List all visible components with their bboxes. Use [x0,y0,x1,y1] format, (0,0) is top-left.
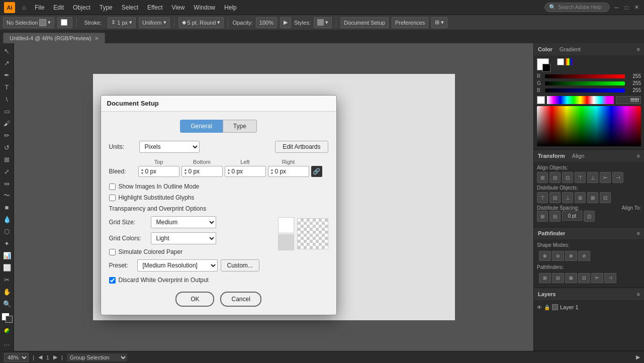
menu-effect[interactable]: Effect [144,3,166,13]
edit-artboards-button[interactable]: Edit Artboards [275,141,328,153]
grid-colors-select[interactable]: Light Medium Dark [151,232,216,244]
uniform-dropdown[interactable]: Uniform ▾ [139,17,170,28]
pencil-tool[interactable]: ✏ [2,130,13,140]
color-mode-btn[interactable] [2,326,13,336]
align-center-v-button[interactable]: ⊥ [587,172,598,183]
symbol-sprayer-tool[interactable]: ✦ [2,239,13,249]
hand-tool[interactable]: ✋ [2,287,13,297]
blend-tool[interactable]: ⬡ [2,227,13,237]
simulate-paper-checkbox[interactable] [109,249,116,255]
bleed-left-input[interactable]: ▲ ▼ 0 px [225,166,266,177]
spacing-value-field[interactable]: 0 pt [562,211,582,221]
ok-button[interactable]: OK [175,292,214,307]
custom-button[interactable]: Custom... [221,259,259,271]
info-select[interactable]: Group Selection [67,353,127,361]
layer-visibility-icon[interactable]: 👁 [537,305,542,310]
menu-window[interactable]: Window [190,3,219,13]
bleed-bottom-down-arrow[interactable]: ▼ [184,171,188,175]
simulate-paper-label[interactable]: Simulate Colored Paper [119,248,182,255]
align-right-button[interactable]: ⊡ [562,172,573,183]
color-ramp[interactable] [547,96,614,104]
tab-type[interactable]: Type [223,120,257,133]
minus-front-button[interactable]: ⊖ [552,251,564,261]
bleed-left-up-arrow[interactable]: ▲ [227,168,231,171]
divide-button[interactable]: ⊞ [539,273,551,283]
bleed-right-arrows[interactable]: ▲ ▼ [270,168,274,175]
artboard-tool[interactable]: ⬜ [2,263,13,273]
menu-edit[interactable]: Edit [50,3,67,13]
merge-button[interactable]: ⊠ [565,273,577,283]
rect-tool[interactable]: ▭ [2,107,13,117]
bleed-right-down-arrow[interactable]: ▼ [270,171,274,175]
direct-selection-tool[interactable]: ↗ [2,58,13,68]
green-slider-track[interactable] [545,81,625,85]
bleed-bottom-up-arrow[interactable]: ▲ [184,168,188,171]
trim-button[interactable]: ⊟ [552,273,564,283]
cancel-button[interactable]: Cancel [220,292,261,307]
align-left-button[interactable]: ⊞ [537,172,548,183]
align-top-button[interactable]: ⊤ [575,172,586,183]
bleed-bottom-input[interactable]: ▲ ▼ 0 px [181,166,223,177]
align-panel-menu-icon[interactable]: ≡ [637,153,640,159]
doc-setup-button[interactable]: Document Setup [340,17,389,28]
bleed-left-down-arrow[interactable]: ▼ [227,171,231,175]
line-tool[interactable]: \ [2,95,13,105]
dist-center-v-button[interactable]: ⊠ [587,192,598,203]
menu-view[interactable]: View [168,3,189,13]
pathfinder-panel-menu-icon[interactable]: ≡ [637,230,640,236]
tab-close-icon[interactable]: ✕ [95,36,99,41]
pen-tool[interactable]: ✒ [2,70,13,80]
bleed-top-arrows[interactable]: ▲ ▼ [141,168,144,175]
dist-space-h-button[interactable]: ⊞ [537,211,548,222]
bleed-top-up-arrow[interactable]: ▲ [141,168,144,171]
selection-indicator[interactable]: No Selection ▾ [3,17,54,28]
paintbrush-tool[interactable]: 🖌 [2,119,13,129]
brush-dropdown[interactable]: ◆ 5 pt. Round ▾ [178,17,224,28]
highlight-glyphs-label[interactable]: Highlight Substituted Glyphs [119,194,195,201]
grid-size-select[interactable]: Small Medium Large [151,216,216,228]
discard-overprint-label[interactable]: Discard White Overprint in Output [119,277,209,284]
show-images-checkbox[interactable] [109,184,116,190]
dist-left-button[interactable]: ⊞ [575,192,586,203]
scroll-right-icon[interactable]: ▶ [636,354,640,360]
blue-slider-track[interactable] [545,88,625,93]
close-button[interactable]: ✕ [633,4,640,11]
crop-button[interactable]: ⊡ [578,273,590,283]
fill-stroke-indicator[interactable] [2,313,13,323]
highlight-glyphs-checkbox[interactable] [109,195,116,201]
fill-color-swatch[interactable] [537,58,549,70]
minimize-button[interactable]: ─ [613,4,620,11]
search-box[interactable]: 🔍 Search Adobe Help [544,3,610,12]
bleed-bottom-arrows[interactable]: ▲ ▼ [184,168,188,175]
layers-panel-menu-icon[interactable]: ≡ [637,291,640,297]
outline-button[interactable]: ⊢ [591,273,603,283]
bleed-left-arrows[interactable]: ▲ ▼ [227,168,231,175]
fill-stroke-box[interactable] [57,17,72,28]
preset-select[interactable]: [High Resolution] [Medium Resolution] [L… [137,259,218,271]
show-images-label[interactable]: Show Images In Outline Mode [119,183,200,190]
layer-lock-icon[interactable]: 🔒 [544,305,550,310]
gradient-tool[interactable]: ■ [2,203,13,213]
bleed-right-up-arrow[interactable]: ▲ [270,168,274,171]
dist-top-button[interactable]: ⊤ [537,192,548,203]
bleed-top-input[interactable]: ▲ ▼ 0 px [138,166,179,177]
units-select[interactable]: Pixels Points Picas Inches Millimeters C… [139,141,200,153]
bleed-right-input[interactable]: ▲ ▼ 0 px [268,166,309,177]
bleed-top-down-arrow[interactable]: ▼ [141,171,144,175]
align-more-button[interactable]: ⊣ [612,172,623,183]
tab-general[interactable]: General [180,120,223,133]
stroke-color-swatch[interactable] [542,64,550,72]
warp-tool[interactable]: 〜 [2,191,13,201]
dist-bottom-button[interactable]: ⊥ [562,192,573,203]
color-panel-menu-icon[interactable]: ≡ [637,46,640,52]
slice-tool[interactable]: ✂ [2,275,13,285]
opacity-more[interactable]: ▶ [280,17,291,28]
home-icon[interactable]: ⌂ [19,3,29,13]
discard-overprint-checkbox[interactable] [109,277,116,284]
unite-button[interactable]: ⊕ [539,251,551,261]
scale-tool[interactable]: ⤢ [2,166,13,176]
dist-center-h-button[interactable]: ⊟ [549,192,561,203]
eyedropper-tool[interactable]: 💧 [2,215,13,225]
menu-select[interactable]: Select [118,3,142,13]
reflect-tool[interactable]: ⊠ [2,154,13,164]
